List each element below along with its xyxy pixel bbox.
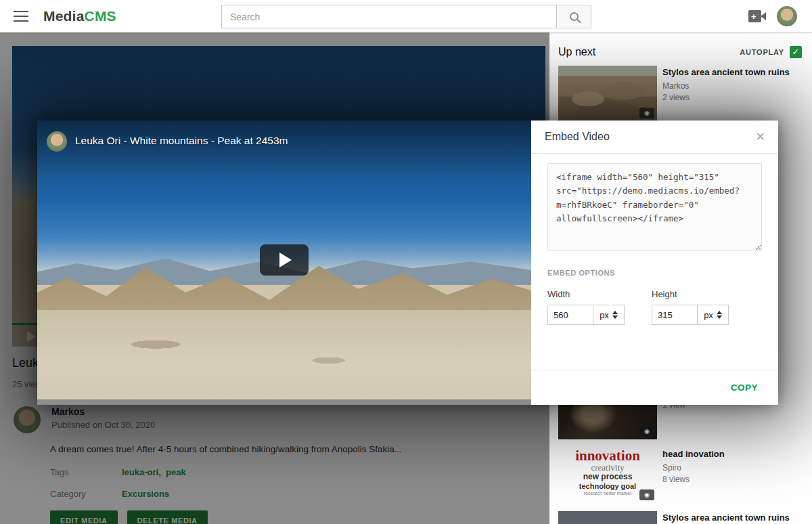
modal-title: Embed Video bbox=[545, 131, 610, 143]
close-icon[interactable]: × bbox=[756, 129, 765, 144]
video-thumbnail[interactable]: innovationcreativitynew processtechnolog… bbox=[558, 447, 657, 503]
up-next-item-views: 8 views bbox=[662, 475, 801, 484]
embed-video-modal: Leuka Ori - White mountains - Peak at 24… bbox=[37, 121, 778, 405]
autoplay-label: AUTOPLAY bbox=[740, 48, 784, 56]
player-video-title: Leuka Ori - White mountains - Peak at 24… bbox=[75, 135, 288, 147]
search-input[interactable] bbox=[221, 5, 556, 28]
top-navbar: MediaCMS + bbox=[0, 0, 812, 32]
up-next-item-title[interactable]: Stylos area ancient town ruins bbox=[662, 512, 801, 523]
up-next-item[interactable]: Stylos area ancient town ruins bbox=[558, 511, 802, 524]
stepper-arrows-icon bbox=[612, 311, 618, 319]
up-next-item-title[interactable]: head inovation bbox=[662, 449, 801, 460]
height-input[interactable] bbox=[652, 305, 698, 325]
camera-icon bbox=[639, 426, 654, 437]
height-label: Height bbox=[652, 289, 729, 299]
autoplay-checkbox[interactable]: ✓ bbox=[790, 46, 802, 58]
upload-video-icon[interactable]: + bbox=[748, 10, 766, 22]
player-title-bar: Leuka Ori - White mountains - Peak at 24… bbox=[37, 121, 531, 179]
embed-options-label: EMBED OPTIONS bbox=[547, 269, 762, 277]
up-next-title: Up next bbox=[558, 46, 595, 58]
video-thumbnail[interactable] bbox=[558, 66, 657, 121]
search-button[interactable] bbox=[556, 5, 591, 28]
stepper-arrows-icon bbox=[717, 311, 722, 319]
width-label: Width bbox=[547, 289, 625, 299]
copy-button[interactable]: COPY bbox=[731, 383, 758, 393]
up-next-item-author: Markos bbox=[662, 81, 801, 91]
embed-video-preview[interactable]: Leuka Ori - White mountains - Peak at 24… bbox=[37, 121, 531, 399]
video-thumbnail[interactable] bbox=[558, 511, 657, 524]
embed-panel: Embed Video × <iframe width="560" height… bbox=[531, 121, 778, 405]
logo[interactable]: MediaCMS bbox=[43, 8, 116, 24]
player-author-avatar[interactable] bbox=[47, 131, 67, 152]
up-next-item-title[interactable]: Stylos area ancient town ruins bbox=[662, 67, 801, 78]
up-next-item[interactable]: innovationcreativitynew processtechnolog… bbox=[558, 447, 802, 503]
big-play-button[interactable] bbox=[260, 244, 309, 276]
embed-code-textarea[interactable]: <iframe width="560" height="315" src="ht… bbox=[547, 163, 762, 251]
up-next-item-author: Spiro bbox=[662, 463, 801, 473]
search-icon bbox=[570, 12, 579, 21]
width-input[interactable] bbox=[547, 305, 593, 325]
camera-icon bbox=[639, 489, 654, 500]
width-unit-select[interactable]: px bbox=[593, 305, 625, 325]
user-avatar[interactable] bbox=[777, 6, 797, 26]
menu-icon[interactable] bbox=[14, 11, 28, 22]
up-next-item[interactable]: Stylos area ancient town ruins Markos 2 … bbox=[558, 66, 802, 121]
camera-icon bbox=[639, 108, 654, 118]
height-unit-select[interactable]: px bbox=[698, 305, 729, 325]
up-next-item-views: 2 views bbox=[662, 93, 801, 102]
